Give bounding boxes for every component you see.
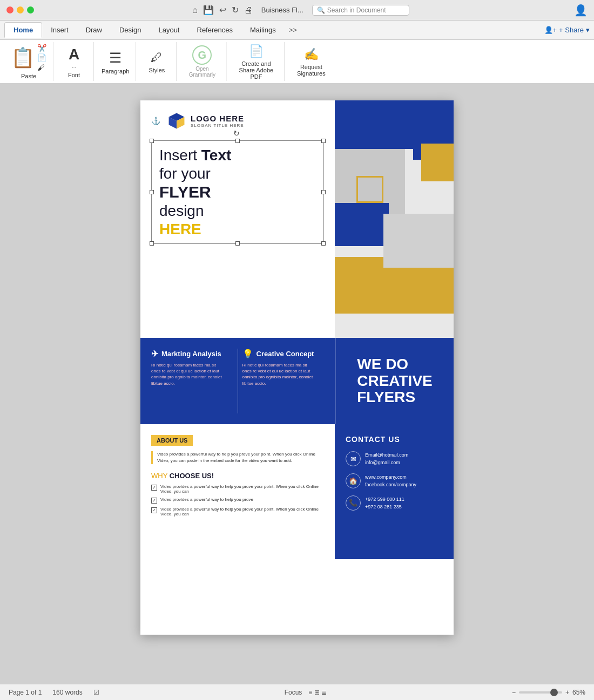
focus-button[interactable]: Focus <box>285 689 302 696</box>
creative-col: 💡 Creative Concept Ri notic qui rosamam … <box>242 349 325 413</box>
adobe-icon: 📄 <box>249 45 264 57</box>
about-quote: Video provides a powerful way to help yo… <box>151 451 324 464</box>
signatures-group: ✍️ Request Signatures <box>286 42 336 81</box>
geo-gold-bot-right <box>383 268 454 314</box>
marketing-text: Ri notic qui rosamam faces ma sit ones r… <box>151 362 225 386</box>
cut-icon[interactable]: ✂️ <box>37 44 46 52</box>
grammarly-label: Open Grammarly <box>183 66 221 78</box>
ribbon-toolbar: 📋 ✂️ 📄 🖌 Paste A ... Font ☰ Paragraph 🖊 … <box>0 40 594 84</box>
logo-area: ⚓ LOGO HERE SLOGAN TITLE HERE <box>151 111 324 131</box>
contact-email: ✉ Email@hotmail.com info@gmail.com <box>346 451 443 467</box>
handle-mr[interactable] <box>321 190 326 194</box>
flyer-middle: ✈ Markting Analysis Ri notic qui rosamam… <box>140 338 454 424</box>
proofing-icon[interactable]: ☑ <box>93 689 99 696</box>
zoom-level: 65% <box>572 689 585 696</box>
handle-tr[interactable] <box>321 139 326 143</box>
page-count: Page 1 of 1 <box>9 689 42 696</box>
redo-icon[interactable]: ↻ <box>232 5 239 15</box>
signatures-label: Request Signatures <box>292 64 330 77</box>
paragraph-label: Paragraph <box>102 68 129 74</box>
zoom-slider[interactable] <box>519 691 562 694</box>
share-button[interactable]: 👤+ + Share ▾ <box>544 26 590 34</box>
word-count: 160 words <box>52 689 82 696</box>
geo-gray-bot <box>383 214 454 268</box>
contact-title: CONTACT US <box>346 435 443 444</box>
font-label: Font <box>68 72 80 78</box>
tab-draw[interactable]: Draw <box>77 23 111 37</box>
flyer-right <box>335 100 454 338</box>
adobe-group: 📄 Create and Share Adobe PDF <box>228 42 285 81</box>
geo-gold-bot-left <box>335 257 383 314</box>
maximize-button[interactable] <box>27 6 34 13</box>
contact-phone-text: +972 599 000 111 +972 08 281 235 <box>365 495 404 511</box>
handle-ml[interactable] <box>150 190 154 194</box>
text-box-selected[interactable]: ↻ Insert Text for your FLYER design HERE <box>151 140 324 244</box>
flyer-bottom: ABOUT US Video provides a powerful way t… <box>140 424 454 559</box>
creative-title: 💡 Creative Concept <box>242 349 316 359</box>
close-button[interactable] <box>6 6 14 13</box>
grammarly-group[interactable]: G Open Grammarly <box>178 42 227 81</box>
font-group: A ... Font <box>55 42 94 81</box>
logo-cube-icon <box>167 111 186 131</box>
zoom-in-button[interactable]: + <box>565 689 569 696</box>
contact-email-text: Email@hotmail.com info@gmail.com <box>365 451 408 467</box>
marketing-title: ✈ Markting Analysis <box>151 349 225 359</box>
status-center: Focus ≡ ⊞ ≣ <box>110 689 501 696</box>
title-bar-center: ⌂ 💾 ↩ ↻ 🖨 Buisness Fl... 🔍 Search in Doc… <box>38 5 563 16</box>
signatures-button[interactable]: ✍️ <box>298 46 324 63</box>
contact-phone: 📞 +972 599 000 111 +972 08 281 235 <box>346 495 443 511</box>
geo-gold-tr <box>421 144 454 181</box>
print-icon[interactable]: 🖨 <box>244 5 253 15</box>
logo-slogan: SLOGAN TITLE HERE <box>191 123 244 128</box>
we-do-text: WE DO CREATIVE FLYERS <box>357 356 433 406</box>
document-area: ⚓ LOGO HERE SLOGAN TITLE HERE ↻ <box>0 84 594 651</box>
handle-tl[interactable] <box>150 139 154 143</box>
layout-icons: ≡ ⊞ ≣ <box>308 689 327 696</box>
minimize-button[interactable] <box>17 6 24 13</box>
about-text: Video provides a powerful way to help yo… <box>157 451 324 464</box>
share-icon: 👤+ <box>544 26 557 34</box>
home-icon[interactable]: ⌂ <box>192 5 198 15</box>
paste-icon: 📋 <box>11 46 35 69</box>
ribbon-tabs: Home Insert Draw Design Layout Reference… <box>0 21 594 40</box>
zoom-out-button[interactable]: − <box>512 689 516 696</box>
handle-bl[interactable] <box>150 241 154 246</box>
handle-bm[interactable] <box>235 241 240 246</box>
tab-references[interactable]: References <box>188 23 241 37</box>
adobe-label: Create and Share Adobe PDF <box>234 60 278 80</box>
paste-group: 📋 ✂️ 📄 🖌 Paste <box>4 42 53 81</box>
styles-icon: 🖊 <box>151 52 163 64</box>
handle-tm[interactable] <box>235 139 240 143</box>
save-icon[interactable]: 💾 <box>203 5 214 15</box>
tab-layout[interactable]: Layout <box>150 23 188 37</box>
web-icon: 🏠 <box>346 473 361 488</box>
phone-icon: 📞 <box>346 495 361 511</box>
search-box[interactable]: 🔍 Search in Document <box>312 5 409 16</box>
format-painter-icon[interactable]: 🖌 <box>37 63 46 72</box>
copy-icon[interactable]: 📄 <box>37 53 46 62</box>
bottom-right: CONTACT US ✉ Email@hotmail.com info@gmai… <box>335 424 454 559</box>
why-title: WHY CHOOSE US! <box>151 472 324 480</box>
tab-home[interactable]: Home <box>4 22 42 38</box>
tab-insert[interactable]: Insert <box>42 23 77 37</box>
title-bar: ⌂ 💾 ↩ ↻ 🖨 Buisness Fl... 🔍 Search in Doc… <box>0 0 594 21</box>
toolbar-icons: ⌂ 💾 ↩ ↻ 🖨 <box>192 5 253 15</box>
undo-icon[interactable]: ↩ <box>219 5 226 15</box>
user-icon[interactable]: 👤 <box>574 4 588 17</box>
handle-br[interactable] <box>321 241 326 246</box>
logo-name: LOGO HERE <box>191 114 244 123</box>
search-placeholder: Search in Document <box>327 6 386 14</box>
font-button[interactable]: A ... <box>61 45 87 71</box>
rotate-handle[interactable]: ↻ <box>233 129 240 138</box>
flyer-document: ⚓ LOGO HERE SLOGAN TITLE HERE ↻ <box>140 100 454 635</box>
tab-design[interactable]: Design <box>111 23 150 37</box>
geo-blue-mid <box>335 203 389 246</box>
styles-button[interactable]: 🖊 <box>144 50 170 66</box>
adobe-button[interactable]: 📄 <box>243 43 269 59</box>
tab-more[interactable]: >> <box>285 23 301 37</box>
paragraph-button[interactable]: ☰ <box>103 49 129 67</box>
tab-mailings[interactable]: Mailings <box>241 23 285 37</box>
why-item-1: ✓ Video provides a powerful way to help … <box>151 484 324 494</box>
anchor-icon: ⚓ <box>151 117 160 125</box>
flyer-left: ⚓ LOGO HERE SLOGAN TITLE HERE ↻ <box>140 100 335 338</box>
